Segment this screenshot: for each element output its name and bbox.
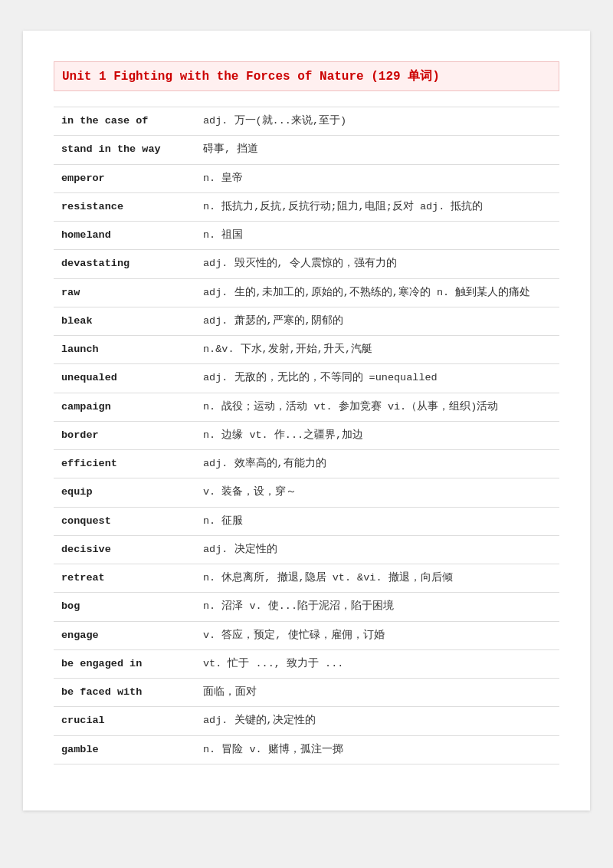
vocab-definition: n. 沼泽 v. 使...陷于泥沼，陷于困境 xyxy=(195,593,559,621)
table-row: bordern. 边缘 vt. 作...之疆界,加边 xyxy=(54,421,559,449)
page-container: Unit 1 Fighting with the Forces of Natur… xyxy=(23,31,590,810)
table-row: retreatn. 休息离所, 撤退,隐居 vt. &vi. 撤退，向后倾 xyxy=(54,564,559,593)
vocab-definition: n.&v. 下水,发射,开始,升天,汽艇 xyxy=(195,336,559,364)
vocab-definition: adj. 生的,未加工的,原始的,不熟练的,寒冷的 n. 触到某人的痛处 xyxy=(195,278,559,307)
table-row: stand in the way碍事, 挡道 xyxy=(54,136,559,164)
vocab-term: homeland xyxy=(54,222,195,250)
table-row: gamblen. 冒险 v. 赌博，孤注一掷 xyxy=(54,735,559,764)
vocab-term: in the case of xyxy=(54,107,195,136)
table-row: bleakadj. 萧瑟的,严寒的,阴郁的 xyxy=(54,307,559,335)
vocab-term: retreat xyxy=(54,564,195,593)
vocab-term: raw xyxy=(54,278,195,307)
table-row: conquestn. 征服 xyxy=(54,507,559,535)
vocab-definition: 碍事, 挡道 xyxy=(195,136,559,164)
vocab-definition: adj. 决定性的 xyxy=(195,535,559,564)
vocab-term: conquest xyxy=(54,507,195,535)
vocabulary-table: in the case ofadj. 万一(就...来说,至于)stand in… xyxy=(54,107,559,764)
vocab-definition: adj. 无敌的，无比的，不等同的 =unequalled xyxy=(195,364,559,393)
vocab-definition: v. 答应，预定, 使忙碌，雇佣，订婚 xyxy=(195,621,559,649)
table-row: campaignn. 战役；运动，活动 vt. 参加竞赛 vi.（从事，组织)活… xyxy=(54,393,559,421)
table-row: unequaledadj. 无敌的，无比的，不等同的 =unequalled xyxy=(54,364,559,393)
vocab-definition: n. 冒险 v. 赌博，孤注一掷 xyxy=(195,735,559,764)
table-row: decisiveadj. 决定性的 xyxy=(54,535,559,564)
vocab-term: gamble xyxy=(54,735,195,764)
vocab-definition: adj. 萧瑟的,严寒的,阴郁的 xyxy=(195,307,559,335)
table-row: rawadj. 生的,未加工的,原始的,不熟练的,寒冷的 n. 触到某人的痛处 xyxy=(54,278,559,307)
vocab-definition: n. 征服 xyxy=(195,507,559,535)
vocab-term: engage xyxy=(54,621,195,649)
vocab-term: efficient xyxy=(54,450,195,478)
table-row: emperorn. 皇帝 xyxy=(54,164,559,192)
vocab-term: decisive xyxy=(54,535,195,564)
vocab-definition: vt. 忙于 ..., 致力于 ... xyxy=(195,649,559,678)
vocab-term: bog xyxy=(54,593,195,621)
table-row: be faced with面临，面对 xyxy=(54,679,559,707)
vocab-definition: n. 祖国 xyxy=(195,222,559,250)
table-row: homelandn. 祖国 xyxy=(54,222,559,250)
table-row: be engaged invt. 忙于 ..., 致力于 ... xyxy=(54,649,559,678)
vocab-term: bleak xyxy=(54,307,195,335)
page-title: Unit 1 Fighting with the Forces of Natur… xyxy=(54,61,559,91)
vocab-term: unequaled xyxy=(54,364,195,393)
vocab-definition: adj. 关键的,决定性的 xyxy=(195,707,559,735)
vocab-definition: adj. 万一(就...来说,至于) xyxy=(195,107,559,136)
vocab-term: devastating xyxy=(54,250,195,278)
vocab-term: be faced with xyxy=(54,679,195,707)
vocab-term: border xyxy=(54,421,195,449)
vocab-term: equip xyxy=(54,478,195,507)
vocab-definition: adj. 毁灭性的, 令人震惊的，强有力的 xyxy=(195,250,559,278)
vocab-definition: 面临，面对 xyxy=(195,679,559,707)
table-row: launchn.&v. 下水,发射,开始,升天,汽艇 xyxy=(54,336,559,364)
table-row: crucialadj. 关键的,决定性的 xyxy=(54,707,559,735)
vocab-definition: n. 休息离所, 撤退,隐居 vt. &vi. 撤退，向后倾 xyxy=(195,564,559,593)
table-row: bogn. 沼泽 v. 使...陷于泥沼，陷于困境 xyxy=(54,593,559,621)
vocab-definition: adj. 效率高的,有能力的 xyxy=(195,450,559,478)
table-row: equipv. 装备，设，穿～ xyxy=(54,478,559,507)
table-row: devastatingadj. 毁灭性的, 令人震惊的，强有力的 xyxy=(54,250,559,278)
vocab-definition: n. 边缘 vt. 作...之疆界,加边 xyxy=(195,421,559,449)
table-row: in the case ofadj. 万一(就...来说,至于) xyxy=(54,107,559,136)
vocab-term: campaign xyxy=(54,393,195,421)
table-row: resistancen. 抵抗力,反抗,反抗行动;阻力,电阻;反对 adj. 抵… xyxy=(54,192,559,221)
vocab-definition: n. 战役；运动，活动 vt. 参加竞赛 vi.（从事，组织)活动 xyxy=(195,393,559,421)
table-row: efficientadj. 效率高的,有能力的 xyxy=(54,450,559,478)
vocab-term: launch xyxy=(54,336,195,364)
vocab-definition: n. 抵抗力,反抗,反抗行动;阻力,电阻;反对 adj. 抵抗的 xyxy=(195,192,559,221)
vocab-term: emperor xyxy=(54,164,195,192)
vocab-term: be engaged in xyxy=(54,649,195,678)
vocab-definition: n. 皇帝 xyxy=(195,164,559,192)
vocab-term: stand in the way xyxy=(54,136,195,164)
vocab-term: crucial xyxy=(54,707,195,735)
table-row: engagev. 答应，预定, 使忙碌，雇佣，订婚 xyxy=(54,621,559,649)
vocab-definition: v. 装备，设，穿～ xyxy=(195,478,559,507)
vocab-term: resistance xyxy=(54,192,195,221)
